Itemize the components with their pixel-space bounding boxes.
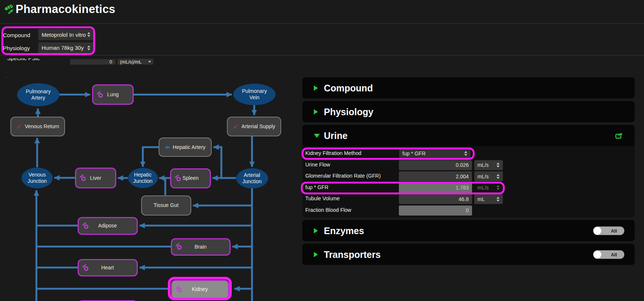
node-lung[interactable]: Lung xyxy=(92,84,134,105)
flask-icon xyxy=(84,266,88,271)
pen-icon xyxy=(16,124,22,129)
node-hepatic-artery[interactable]: Hepatic Artery xyxy=(159,137,212,157)
app-root: Pharmacokinetics Compound Metoprolol In … xyxy=(0,0,644,301)
node-brain[interactable]: Brain xyxy=(171,238,231,256)
node-heart[interactable]: Heart xyxy=(78,259,138,276)
flow-edges xyxy=(0,0,644,301)
flask-icon xyxy=(177,245,182,250)
flask-icon xyxy=(176,177,181,181)
node-pulmonary-vein[interactable]: Pulmonary Vein xyxy=(233,84,276,105)
node-spleen[interactable]: Spleen xyxy=(170,168,211,188)
node-kidney[interactable]: Kidney xyxy=(171,280,229,299)
node-tissue-gut[interactable]: Tissue Gut xyxy=(141,195,191,216)
node-venous-junction[interactable]: Venous Junction xyxy=(22,168,53,188)
node-arterial-supply[interactable]: Arterial Supply xyxy=(227,117,281,136)
flask-icon xyxy=(81,177,86,181)
node-arterial-junction[interactable]: Arterial Junction xyxy=(236,168,268,188)
flask-icon xyxy=(84,224,88,229)
node-liver[interactable]: Liver xyxy=(75,168,116,188)
flask-icon xyxy=(177,288,182,292)
node-venous-return[interactable]: Venous Return xyxy=(10,117,65,136)
arrow-left-icon xyxy=(165,145,170,149)
node-adipose[interactable]: Adipose xyxy=(78,217,138,235)
flask-icon xyxy=(98,93,103,98)
node-hepatic-junction[interactable]: Hepatic Junction xyxy=(128,168,158,188)
node-pulmonary-artery[interactable]: Pulmonary Artery xyxy=(17,83,59,106)
pen-icon xyxy=(233,124,238,129)
